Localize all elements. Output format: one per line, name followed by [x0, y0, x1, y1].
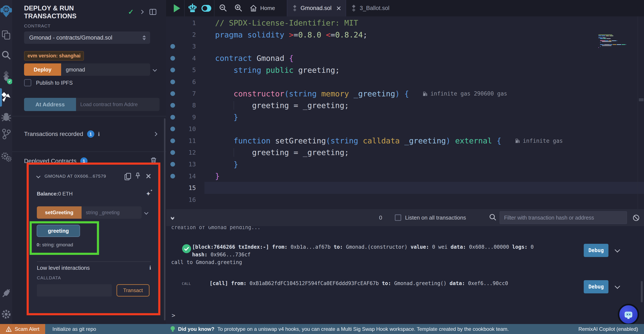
run-script-button[interactable]: [174, 0, 180, 16]
terminal-filter-input[interactable]: [500, 211, 627, 224]
copilot-toggle[interactable]: [202, 5, 211, 12]
tab-close-icon[interactable]: [336, 6, 340, 11]
source-control-icon[interactable]: [0, 128, 12, 140]
close-instance-icon[interactable]: [146, 173, 151, 179]
log-expand-icon[interactable]: [616, 284, 619, 289]
log-expand-icon[interactable]: [616, 248, 619, 253]
tab-label: Gmonad.sol: [300, 5, 332, 11]
ai-robot-icon[interactable]: [188, 3, 197, 13]
debugger-icon[interactable]: [0, 111, 12, 122]
code-line-17[interactable]: 17: [166, 206, 644, 209]
contract-select[interactable]: Gmonad - contracts/Gmonad.sol: [24, 31, 150, 44]
gutter-dot-icon[interactable]: [169, 56, 176, 61]
code-line-2[interactable]: 2pragma solidity >=0.8.0 <=0.8.24;: [166, 29, 644, 40]
deploy-button[interactable]: Deploy: [24, 63, 61, 76]
terminal-body[interactable]: creation of Gmonad pending... [block:764…: [166, 226, 644, 324]
code-line-12[interactable]: 12 greeting = _greeting;: [166, 147, 644, 158]
tip-title: Did you know?: [178, 326, 214, 332]
gutter-dot-icon[interactable]: [169, 103, 176, 108]
greeting-button[interactable]: greeting: [37, 225, 80, 237]
code-line-6[interactable]: 6: [166, 76, 644, 88]
code-line-11[interactable]: 11 function setGreeting(string calldata …: [166, 135, 644, 147]
transactions-expand-icon[interactable]: [153, 132, 158, 136]
terminal-scrollbar[interactable]: [641, 281, 643, 302]
gutter-dot-icon[interactable]: [169, 115, 176, 120]
debug-button[interactable]: Debug: [584, 244, 608, 257]
info-icon[interactable]: i: [98, 131, 100, 137]
zoom-out-icon[interactable]: [219, 4, 227, 13]
terminal-log[interactable]: [block:7646266 txIndex:-] from: 0xb1a...…: [192, 243, 580, 259]
gutter-dot-icon[interactable]: [169, 44, 176, 49]
terminal-log[interactable]: [call] from: 0xB1aB62fdFC104512F594fCa0E…: [210, 280, 580, 287]
sparkle-icon[interactable]: ✦✦: [146, 191, 151, 197]
code-line-8[interactable]: 8 greeting = _greeting;: [166, 100, 644, 111]
gutter-dot-icon[interactable]: [169, 68, 176, 72]
code-line-14[interactable]: 14}: [166, 170, 644, 182]
settings-icon[interactable]: [0, 309, 12, 320]
publish-ipfs-checkbox[interactable]: [24, 79, 31, 86]
search-icon[interactable]: [0, 50, 12, 60]
scam-alert-button[interactable]: Scam Alert: [0, 324, 45, 334]
code-line-5[interactable]: 5 string public greeting;: [166, 64, 644, 76]
tab-3-ballot-sol[interactable]: 3_Ballot.sol: [346, 0, 399, 16]
terminal-collapse-icon[interactable]: [171, 216, 174, 219]
code-line-10[interactable]: 10: [166, 123, 644, 135]
tab-home[interactable]: Home: [250, 4, 275, 12]
git-init-button[interactable]: Initialize as git repo: [52, 326, 96, 332]
terminal-search-icon[interactable]: [489, 213, 497, 222]
constructor-args-input[interactable]: [61, 63, 150, 76]
editor-scrollbar[interactable]: [638, 16, 644, 209]
line-number: 4: [176, 55, 202, 62]
solidity-unit-testing-icon[interactable]: [0, 151, 12, 163]
transactions-recorded-row[interactable]: Transactions recorded 1 i: [24, 127, 157, 141]
gas-estimate-annotation: infinite gas 290600 gas: [422, 90, 507, 97]
file-explorer-icon[interactable]: [0, 30, 12, 40]
activity-bar: ✓: [0, 0, 12, 324]
copy-address-icon[interactable]: [124, 173, 130, 179]
gutter-dot-icon[interactable]: [169, 162, 176, 167]
deploy-expand-icon[interactable]: [153, 67, 157, 72]
debug-button[interactable]: Debug: [584, 280, 608, 293]
panel-scrollbar[interactable]: [164, 118, 166, 320]
gutter-dot-icon[interactable]: [169, 91, 176, 96]
code-line-15[interactable]: 15: [166, 182, 644, 194]
code-editor[interactable]: 1// SPDX-License-Identifier: MIT2pragma …: [166, 16, 644, 209]
divider: [214, 0, 214, 16]
clear-filter-icon[interactable]: [632, 214, 640, 222]
code-line-13[interactable]: 13 }: [166, 158, 644, 170]
evm-version-badge: evm version: shanghai: [24, 51, 84, 61]
code-line-7[interactable]: 7 constructor(string memory _greeting) {…: [166, 88, 644, 99]
deploy-and-run-icon[interactable]: [0, 90, 12, 104]
solidity-compiler-icon[interactable]: ✓: [0, 71, 12, 82]
zoom-in-icon[interactable]: [234, 4, 242, 13]
code-line-3[interactable]: 3: [166, 41, 644, 52]
gutter-dot-icon[interactable]: [169, 79, 176, 84]
at-address-button[interactable]: At Address: [24, 98, 76, 111]
transact-button[interactable]: Transact: [116, 284, 150, 297]
code-line-9[interactable]: 9 }: [166, 111, 644, 123]
minimap[interactable]: [598, 34, 635, 51]
remixai-assistant-button[interactable]: [618, 304, 639, 324]
setgreeting-button[interactable]: setGreeting: [37, 206, 82, 219]
panel-expand-icon[interactable]: [140, 10, 144, 14]
info-icon[interactable]: i: [150, 265, 151, 271]
card-collapse-icon[interactable]: [36, 174, 40, 178]
plugin-manager-icon[interactable]: [0, 288, 12, 299]
code-line-1[interactable]: 1// SPDX-License-Identifier: MIT: [166, 17, 644, 29]
setgreeting-expand-icon[interactable]: [144, 210, 148, 215]
gutter-dot-icon[interactable]: [169, 138, 176, 143]
tab-gmonad-sol[interactable]: Gmonad.sol: [287, 0, 346, 16]
code-line-16[interactable]: 16: [166, 194, 644, 206]
calldata-input[interactable]: [37, 284, 112, 297]
gutter-dot-icon[interactable]: [169, 127, 176, 131]
gutter-dot-icon[interactable]: [169, 150, 176, 155]
listen-all-checkbox[interactable]: [395, 214, 401, 221]
gutter-dot-icon[interactable]: [169, 174, 176, 178]
code-line-4[interactable]: 4contract Gmonad {: [166, 52, 644, 64]
panel-layout-icon[interactable]: [150, 9, 156, 15]
remix-logo-icon[interactable]: [0, 3, 12, 19]
line-number: 16: [176, 196, 202, 203]
pin-icon[interactable]: [135, 172, 141, 180]
setgreeting-input[interactable]: [82, 206, 142, 219]
at-address-input[interactable]: [76, 98, 160, 111]
